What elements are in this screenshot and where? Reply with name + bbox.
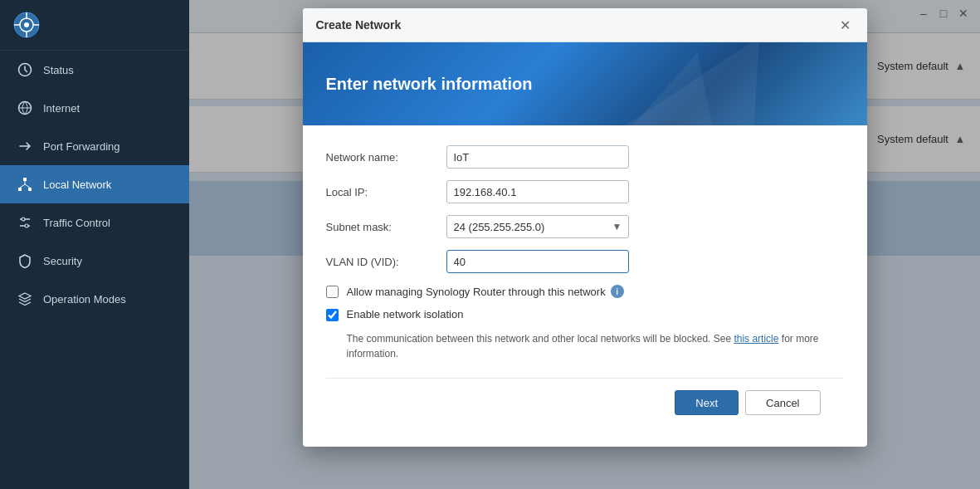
subnet-mask-row: Subnet mask: 24 (255.255.255.0) 16 (255.… [326,215,844,238]
sidebar-item-port-forwarding-label: Port Forwarding [43,140,119,153]
vlan-id-input[interactable] [446,250,629,273]
sidebar-logo [0,0,189,51]
vlan-id-label: VLAN ID (VID): [326,256,446,268]
local-ip-input[interactable] [446,180,629,203]
isolation-description: The communication between this network a… [347,331,844,361]
modal-close-button[interactable]: ✕ [837,17,854,33]
sidebar-item-status-label: Status [43,64,74,76]
app-logo-icon [13,12,40,38]
next-button[interactable]: Next [675,390,739,415]
isolation-desc-text: The communication between this network a… [347,333,732,345]
sliders-icon [17,214,33,231]
sidebar-item-internet[interactable]: Internet [0,89,189,127]
svg-rect-12 [28,188,32,191]
isolation-this-article-link[interactable]: this article [734,333,778,345]
shield-icon [17,252,33,269]
allow-managing-checkbox[interactable] [326,286,339,298]
modal-footer: Next Cancel [326,378,844,427]
network-name-row: Network name: [326,145,844,169]
enable-isolation-text: Enable network isolation [347,308,464,320]
main-content: – □ ✕ System default ▲ System default ▲ … [189,0,980,489]
sidebar-item-operation-modes[interactable]: Operation Modes [0,280,189,318]
layers-icon [17,291,33,307]
sidebar-item-security[interactable]: Security [0,242,189,280]
arrow-icon [17,138,33,154]
sidebar-item-security-label: Security [43,255,82,267]
sidebar: Status Internet Port Forwarding [0,0,189,489]
svg-point-16 [25,224,28,227]
sidebar-item-port-forwarding[interactable]: Port Forwarding [0,127,189,165]
modal-backdrop: Create Network ✕ Enter network informati… [189,0,980,489]
allow-managing-info-icon[interactable]: i [611,285,624,298]
modal-body: Network name: Local IP: Subnet mask: 24 … [303,125,867,447]
globe-icon [17,100,33,116]
network-name-label: Network name: [326,151,446,164]
network-icon [17,176,33,193]
sidebar-item-operation-modes-label: Operation Modes [43,293,126,306]
network-name-input[interactable] [446,145,629,169]
allow-managing-text: Allow managing Synology Router through t… [347,286,606,298]
modal-hero: Enter network information [303,42,867,125]
local-ip-row: Local IP: [326,180,844,203]
create-network-modal: Create Network ✕ Enter network informati… [303,8,867,447]
modal-title: Create Network [316,18,402,32]
clock-icon [17,61,33,78]
subnet-mask-label: Subnet mask: [326,221,446,233]
allow-managing-label: Allow managing Synology Router through t… [347,285,624,298]
sidebar-item-internet-label: Internet [43,102,80,115]
subnet-mask-select[interactable]: 24 (255.255.255.0) 16 (255.255.0.0) 8 (2… [446,215,629,238]
sidebar-item-traffic-control[interactable]: Traffic Control [0,203,189,242]
sidebar-nav: Status Internet Port Forwarding [0,51,189,489]
allow-managing-row: Allow managing Synology Router through t… [326,285,844,298]
sidebar-item-traffic-control-label: Traffic Control [43,217,110,229]
enable-isolation-row: Enable network isolation [326,308,844,321]
sidebar-item-local-network-label: Local Network [43,178,111,191]
enable-isolation-label: Enable network isolation [347,308,464,320]
subnet-mask-select-wrap: 24 (255.255.255.0) 16 (255.255.0.0) 8 (2… [446,215,629,238]
enable-isolation-checkbox[interactable] [326,309,339,321]
sidebar-item-status[interactable]: Status [0,51,189,89]
svg-point-2 [24,22,29,27]
svg-rect-11 [18,188,22,191]
modal-hero-title: Enter network information [326,75,533,94]
svg-rect-10 [23,178,27,181]
local-ip-label: Local IP: [326,186,446,198]
cancel-button[interactable]: Cancel [745,390,820,415]
svg-point-14 [22,218,25,221]
modal-header: Create Network ✕ [303,8,867,42]
sidebar-item-local-network[interactable]: Local Network [0,165,189,203]
vlan-id-row: VLAN ID (VID): [326,250,844,273]
